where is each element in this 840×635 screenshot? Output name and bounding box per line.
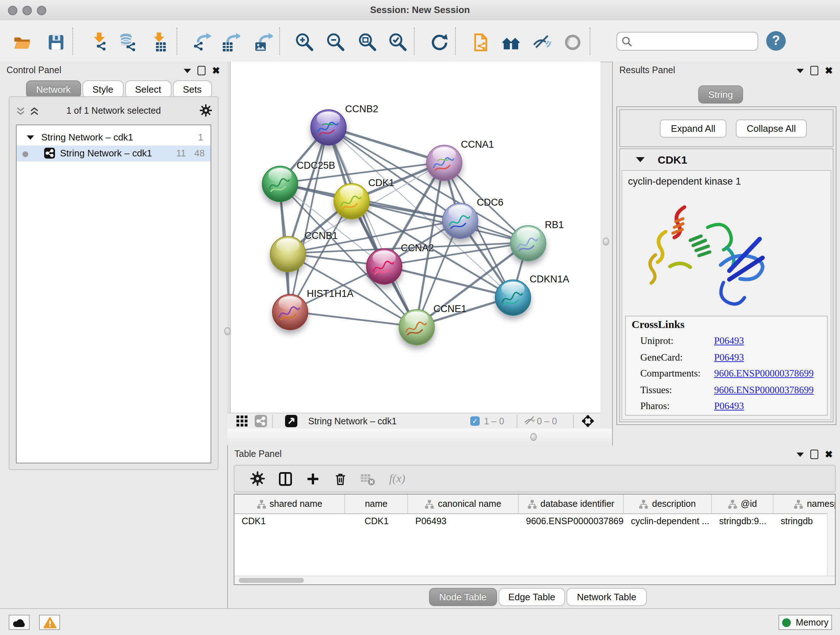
zoom-out-button[interactable] [322,29,348,55]
warnings-button[interactable] [39,615,60,630]
column-header-name[interactable]: name [345,494,408,513]
collapse-all-button[interactable]: Collapse All [736,119,807,138]
zoom-selected-button[interactable] [384,29,410,55]
node-hist1h1a[interactable] [272,294,308,330]
table-options-gear-icon[interactable] [249,470,266,487]
import-database-button[interactable] [114,29,141,55]
tab-network-table[interactable]: Network Table [567,588,646,606]
hidden-counter: 0 – 0 [537,416,557,426]
tab-network[interactable]: Network [26,80,81,98]
hide-graphics-button[interactable] [528,29,554,55]
show-columns-icon[interactable] [276,470,294,487]
column-header-namespace[interactable]: namespace [774,494,836,513]
close-table-panel-icon[interactable]: ✖ [825,450,833,458]
column-header-sharedname[interactable]: shared name [234,494,345,513]
float-table-panel-icon[interactable] [810,450,818,459]
node-cdkn1a[interactable] [495,279,531,316]
help-button[interactable]: ? [766,31,786,51]
node-ccna2[interactable] [366,249,402,285]
network-tree: String Network – cdk1 1 String Network –… [16,125,211,463]
open-view-in-window-icon[interactable] [282,412,300,429]
column-header-id[interactable]: @id [712,494,774,513]
crosslink-pharos-link[interactable]: P06493 [714,401,744,412]
export-table-button[interactable] [217,29,243,55]
node-ccnb1[interactable] [270,236,306,272]
collapse-panel-icon[interactable] [184,68,191,73]
horizontal-splitter-handle[interactable] [531,433,537,441]
zoom-fit-button[interactable] [354,29,380,55]
expand-all-button[interactable]: Expand All [660,119,726,138]
import-table-button[interactable] [145,29,171,55]
open-session-button[interactable] [9,29,35,55]
gene-entry-header[interactable]: CDK1 [620,149,833,169]
table-row[interactable]: CDK1CDK1P064939606.ENSP00000378699cyclin… [234,513,836,529]
float-results-panel-icon[interactable] [810,66,818,75]
export-image-button[interactable] [249,29,276,55]
column-header-databaseidentifier[interactable]: database identifier [519,494,624,513]
memory-button[interactable]: Memory [778,615,832,630]
tab-node-table[interactable]: Node Table [429,588,497,606]
table-cell: CDK1 [345,513,408,529]
table-vertical-scrollbar[interactable] [827,513,835,577]
cloud-status-button[interactable] [9,615,30,630]
crosslink-compartments-link[interactable]: 9606.ENSP00000378699 [714,368,813,379]
gene-expander-icon[interactable] [636,157,645,162]
node-label-cdc6: CDC6 [477,197,504,208]
crosslink-tissues-link[interactable]: 9606.ENSP00000378699 [714,384,813,396]
collapse-table-panel-icon[interactable] [797,452,804,456]
delete-column-trash-icon[interactable] [332,470,349,487]
float-panel-icon[interactable] [197,66,205,75]
tab-style[interactable]: Style [82,80,123,98]
network-view-mode-icon[interactable] [252,412,269,429]
home-network-button[interactable] [498,29,524,55]
left-splitter-handle[interactable] [224,327,231,335]
node-ccne1[interactable] [399,309,435,345]
left-splitter[interactable] [227,62,230,429]
import-database-icon [118,32,137,52]
close-results-panel-icon[interactable]: ✖ [825,67,833,74]
zoom-selected-icon [387,32,407,52]
tab-select[interactable]: Select [125,80,171,98]
collection-expander-icon[interactable] [27,135,34,140]
crosslink-uniprot-link[interactable]: P06493 [714,335,744,347]
grid-view-icon[interactable] [233,412,250,429]
crosslink-genecard-link[interactable]: P06493 [714,352,744,363]
network-canvas[interactable]: CCNB2 CCNA1 CDC25B CDK1 CDC6 RB1CCNB1 CC… [230,62,600,413]
network-collection-row[interactable]: String Network – cdk1 1 [17,130,210,146]
node-table: shared namenamecanonical namedatabase id… [234,494,836,585]
column-header-description[interactable]: description [624,494,712,513]
show-graphics-button[interactable] [559,29,585,55]
network-options-gear-icon[interactable] [200,104,212,119]
network-row-selected[interactable]: String Network – cdk1 11 48 [17,146,210,162]
tab-sets[interactable]: Sets [172,80,212,98]
string-results-container: Expand All Collapse All CDK1 cyclin-depe… [616,106,836,425]
results-buttons-box: Expand All Collapse All [619,109,834,147]
node-cdc6[interactable] [442,203,478,239]
birds-eye-crosshair-icon[interactable] [579,412,596,429]
search-field[interactable] [616,32,758,51]
refresh-view-button[interactable] [426,29,452,55]
close-panel-icon[interactable]: ✖ [212,67,220,74]
node-label-rb1: RB1 [545,219,564,230]
create-column-plus-icon[interactable] [304,470,321,487]
export-network-button[interactable] [188,29,214,55]
search-input[interactable] [636,34,755,50]
node-ccnb2[interactable] [310,109,347,146]
right-splitter-handle[interactable] [603,238,609,245]
node-rb1[interactable] [510,225,546,261]
export-table-icon [220,32,240,52]
node-cdc25b[interactable] [262,166,298,202]
selected-checkbox[interactable]: ✓ [470,416,480,426]
zoom-in-button[interactable] [291,29,317,55]
collapse-results-panel-icon[interactable] [797,68,804,73]
import-network-button[interactable] [86,29,112,55]
save-session-button[interactable] [43,29,69,55]
node-ccna1[interactable] [426,145,462,181]
tab-string[interactable]: String [698,86,743,103]
document-network-button[interactable] [467,29,493,55]
tab-edge-table[interactable]: Edge Table [498,588,565,606]
node-cdk1[interactable] [333,183,370,219]
column-header-canonicalname[interactable]: canonical name [408,494,519,513]
table-horizontal-scrollbar[interactable] [234,576,835,584]
node-label-ccne1: CCNE1 [433,303,467,314]
